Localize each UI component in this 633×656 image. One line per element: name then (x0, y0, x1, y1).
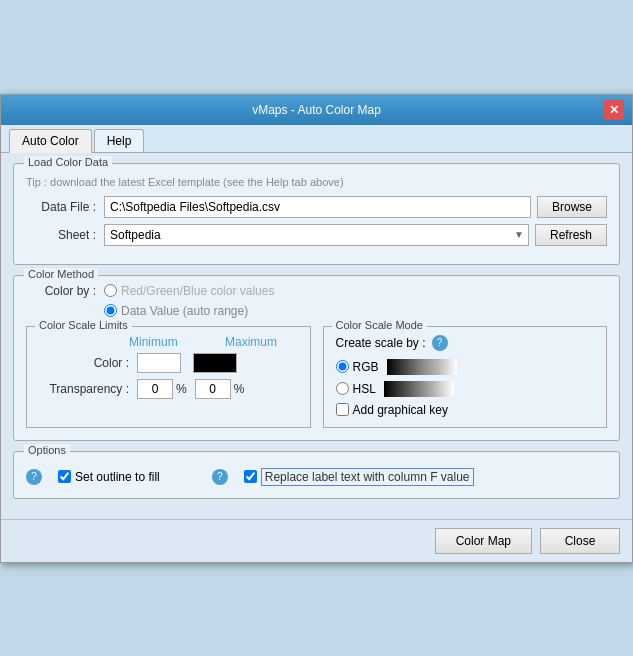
scale-section: Color Scale Limits Minimum Maximum Color… (26, 326, 607, 428)
tab-help[interactable]: Help (94, 129, 145, 152)
data-file-row: Data File : Browse (26, 196, 607, 218)
window-title: vMaps - Auto Color Map (29, 103, 604, 117)
add-key-row: Add graphical key (336, 403, 595, 417)
scale-limits-label: Color Scale Limits (35, 319, 132, 331)
hsl-mode-row: HSL (336, 381, 595, 397)
help-icon-scale[interactable]: ? (432, 335, 448, 351)
add-key-label: Add graphical key (353, 403, 448, 417)
data-value-option[interactable]: Data Value (auto range) (104, 304, 248, 318)
create-scale-row: Create scale by : ? (336, 335, 595, 351)
minimum-header: Minimum (129, 335, 173, 349)
options-group: Options ? Set outline to fill ? Replace … (13, 451, 620, 499)
scale-mode-label: Color Scale Mode (332, 319, 427, 331)
main-window: vMaps - Auto Color Map ✕ Auto Color Help… (0, 94, 633, 563)
maximum-header: Maximum (225, 335, 269, 349)
title-bar: vMaps - Auto Color Map ✕ (1, 95, 632, 125)
hsl-mode-option[interactable]: HSL (336, 382, 376, 396)
color-method-label: Color Method (24, 268, 98, 280)
rgb-gradient-bar (387, 359, 457, 375)
color-by-label: Color by : (26, 284, 96, 298)
help-icon-outline[interactable]: ? (26, 469, 42, 485)
data-value-radio[interactable] (104, 304, 117, 317)
create-scale-label: Create scale by : (336, 336, 426, 350)
add-key-checkbox[interactable] (336, 403, 349, 416)
rgb-mode-row: RGB (336, 359, 595, 375)
close-button[interactable]: Close (540, 528, 620, 554)
data-file-input[interactable] (104, 196, 531, 218)
transparency-label: Transparency : (39, 382, 129, 396)
color-method-group: Color Method Color by : Red/Green/Blue c… (13, 275, 620, 441)
options-row: ? Set outline to fill ? Replace label te… (26, 460, 607, 486)
color-label: Color : (39, 356, 129, 370)
replace-label-checkbox[interactable] (244, 470, 257, 483)
browse-button[interactable]: Browse (537, 196, 607, 218)
hsl-mode-radio[interactable] (336, 382, 349, 395)
max-percent-label: % (234, 382, 245, 396)
color-scale-mode-group: Color Scale Mode Create scale by : ? RGB (323, 326, 608, 428)
help-icon-replace[interactable]: ? (212, 469, 228, 485)
data-value-row: Data Value (auto range) (104, 304, 607, 318)
color-scale-limits-group: Color Scale Limits Minimum Maximum Color… (26, 326, 311, 428)
rgb-radio[interactable] (104, 284, 117, 297)
hsl-gradient-bar (384, 381, 454, 397)
max-transparency-input[interactable] (195, 379, 231, 399)
load-color-data-label: Load Color Data (24, 156, 112, 168)
hsl-mode-label: HSL (353, 382, 376, 396)
rgb-mode-radio[interactable] (336, 360, 349, 373)
close-window-button[interactable]: ✕ (604, 100, 624, 120)
main-content: Load Color Data Tip : download the lates… (1, 153, 632, 519)
add-key-option[interactable]: Add graphical key (336, 403, 448, 417)
set-outline-label: Set outline to fill (75, 470, 160, 484)
min-color-box[interactable] (137, 353, 181, 373)
tab-auto-color[interactable]: Auto Color (9, 129, 92, 153)
options-label: Options (24, 444, 70, 456)
color-row: Color : (39, 353, 298, 373)
max-color-box[interactable] (193, 353, 237, 373)
sheet-row: Sheet : Softpedia ▼ Refresh (26, 224, 607, 246)
sheet-label: Sheet : (26, 228, 96, 242)
min-percent-label: % (176, 382, 187, 396)
replace-label-option[interactable]: Replace label text with column F value (244, 468, 474, 486)
refresh-button[interactable]: Refresh (535, 224, 607, 246)
set-outline-checkbox[interactable] (58, 470, 71, 483)
load-color-data-group: Load Color Data Tip : download the lates… (13, 163, 620, 265)
set-outline-option[interactable]: Set outline to fill (58, 470, 160, 484)
transparency-row: Transparency : % % (39, 379, 298, 399)
rgb-mode-option[interactable]: RGB (336, 360, 379, 374)
replace-label-text: Replace label text with column F value (261, 468, 474, 486)
sheet-select-wrapper: Softpedia ▼ (104, 224, 529, 246)
tip-text: Tip : download the latest Excel template… (26, 176, 607, 188)
rgb-mode-label: RGB (353, 360, 379, 374)
data-file-label: Data File : (26, 200, 96, 214)
min-transparency-input[interactable] (137, 379, 173, 399)
footer: Color Map Close (1, 519, 632, 562)
color-map-button[interactable]: Color Map (435, 528, 532, 554)
tab-bar: Auto Color Help (1, 125, 632, 153)
rgb-option[interactable]: Red/Green/Blue color values (104, 284, 274, 298)
sheet-select[interactable]: Softpedia (104, 224, 529, 246)
color-by-row: Color by : Red/Green/Blue color values (26, 284, 607, 298)
min-max-header: Minimum Maximum (129, 335, 298, 349)
